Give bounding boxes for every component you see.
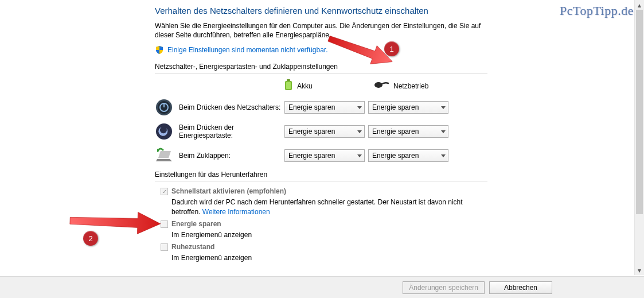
power-button-row: Beim Drücken des Netzschalters: Energie … — [155, 98, 487, 117]
chevron-down-icon — [357, 106, 362, 109]
admin-link-row[interactable]: Einige Einstellungen sind momentan nicht… — [155, 45, 487, 55]
select-value: Energie sparen — [372, 152, 419, 160]
change-unavailable-settings-link[interactable]: Einige Einstellungen sind momentan nicht… — [167, 46, 328, 54]
divider — [155, 181, 487, 181]
sleep-menu-sub: Im Energiemenü anzeigen — [171, 230, 487, 239]
scroll-up-arrow[interactable]: ▴ — [635, 0, 644, 10]
ac-column-label: Netzbetrieb — [393, 82, 428, 90]
select-value: Energie sparen — [372, 127, 419, 136]
hibernate-menu-checkbox — [161, 243, 168, 251]
lid-close-row: Beim Zuklappen: Energie sparen Energie s… — [155, 146, 487, 165]
power-button-label: Beim Drücken des Netzschalters: — [179, 103, 281, 111]
chevron-down-icon — [441, 130, 446, 133]
cancel-button[interactable]: Abbrechen — [489, 281, 552, 294]
lid-close-ac-select[interactable]: Energie sparen — [368, 149, 448, 162]
shutdown-section-heading: Einstellungen für das Herunterfahren — [155, 171, 487, 179]
scroll-thumb[interactable] — [636, 10, 643, 214]
battery-icon — [284, 79, 292, 92]
sleep-menu-row: Energie sparen — [161, 220, 487, 228]
annotation-badge-1: 1 — [384, 41, 399, 56]
chevron-down-icon — [441, 106, 446, 109]
sleep-button-battery-select[interactable]: Energie sparen — [284, 125, 365, 138]
vertical-scrollbar[interactable]: ▴ ▾ — [634, 0, 644, 275]
scroll-down-arrow[interactable]: ▾ — [635, 265, 644, 275]
watermark-text: PcTopTipp.de — [560, 3, 634, 18]
column-headers: Akku Netzbetrieb — [155, 79, 487, 92]
annotation-badge-2: 2 — [83, 231, 98, 246]
lid-close-battery-select[interactable]: Energie sparen — [284, 149, 365, 162]
page-title: Verhalten des Netzschalters definieren u… — [155, 6, 487, 16]
ac-adapter-icon — [374, 81, 389, 91]
select-value: Energie sparen — [372, 103, 419, 111]
fast-startup-checkbox: ✓ — [161, 188, 168, 195]
svg-point-8 — [156, 123, 172, 140]
hibernate-menu-row: Ruhezustand — [161, 243, 487, 251]
settings-panel: Verhalten des Netzschalters definieren u… — [155, 6, 487, 262]
sleep-button-icon — [155, 122, 173, 141]
uac-shield-icon — [155, 45, 164, 55]
svg-point-3 — [374, 82, 383, 88]
power-button-ac-select[interactable]: Energie sparen — [368, 101, 448, 114]
fast-startup-label: Schnellstart aktivieren (empfohlen) — [171, 187, 286, 195]
sleep-menu-label: Energie sparen — [171, 220, 221, 228]
select-value: Energie sparen — [288, 152, 335, 160]
chevron-down-icon — [441, 154, 446, 157]
annotation-arrow-2 — [68, 206, 161, 238]
hibernate-menu-sub: Im Energiemenü anzeigen — [171, 253, 487, 262]
divider — [155, 73, 487, 73]
hibernate-menu-label: Ruhezustand — [171, 243, 214, 251]
battery-column-label: Akku — [297, 82, 313, 90]
svg-marker-11 — [69, 210, 161, 234]
lid-close-label: Beim Zuklappen: — [179, 152, 281, 160]
chevron-down-icon — [357, 130, 362, 133]
select-value: Energie sparen — [288, 127, 335, 136]
svg-rect-0 — [287, 79, 290, 81]
lid-close-icon — [155, 146, 173, 165]
page-description: Wählen Sie die Energieeinstellungen für … — [155, 21, 487, 40]
power-buttons-section-heading: Netzschalter-, Energiespartasten- und Zu… — [155, 63, 487, 71]
sleep-menu-checkbox — [161, 220, 168, 228]
svg-rect-2 — [286, 82, 291, 89]
save-changes-button: Änderungen speichern — [403, 281, 485, 294]
select-value: Energie sparen — [288, 103, 335, 111]
scroll-track[interactable] — [635, 10, 644, 265]
fast-startup-description: Dadurch wird der PC nach dem Herunterfah… — [171, 198, 487, 216]
more-info-link[interactable]: Weitere Informationen — [202, 208, 270, 216]
fast-startup-row: ✓ Schnellstart aktivieren (empfohlen) — [161, 187, 487, 195]
chevron-down-icon — [357, 154, 362, 157]
footer-bar: Änderungen speichern Abbrechen — [0, 276, 644, 298]
sleep-button-row: Beim Drücken der Energiespartaste: Energ… — [155, 122, 487, 141]
sleep-button-label: Beim Drücken der Energiespartaste: — [179, 123, 281, 140]
sleep-button-ac-select[interactable]: Energie sparen — [368, 125, 448, 138]
power-button-battery-select[interactable]: Energie sparen — [284, 101, 365, 114]
power-button-icon — [155, 98, 173, 117]
